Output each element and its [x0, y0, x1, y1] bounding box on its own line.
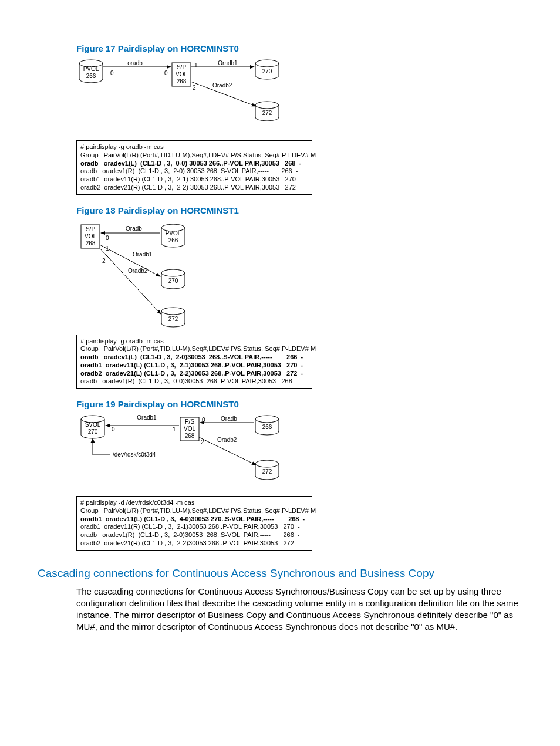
figure-17-caption: Figure 17 Pairdisplay on HORCMINST0 [76, 43, 522, 53]
section-paragraph: The cascading connections for Continuous… [76, 586, 522, 633]
pvol-cylinder: PVOL 266 [161, 224, 185, 247]
svg-text:272: 272 [262, 110, 272, 116]
sp-vol-rect: S/P VOL 268 [172, 63, 191, 86]
figure-17-diagram: PVOL 266 S/P VOL 268 270 272 oradb 0 0 1… [76, 58, 522, 140]
ps-vol-rect: P/S VOL 268 [180, 417, 199, 441]
svg-line-46 [100, 248, 161, 314]
vol-266-cylinder: 266 [255, 416, 279, 435]
svg-text:0: 0 [202, 417, 205, 423]
svg-text:/dev/rdsk/c0t3d4: /dev/rdsk/c0t3d4 [113, 451, 156, 458]
svg-point-66 [255, 460, 279, 467]
svg-text:272: 272 [168, 316, 178, 322]
svg-text:2: 2 [102, 258, 106, 264]
svg-text:S/P: S/P [86, 226, 95, 232]
vol-270-cylinder: 270 [161, 269, 185, 289]
svg-text:266: 266 [168, 237, 178, 244]
svg-text:Oradb1: Oradb1 [137, 414, 157, 421]
svg-text:270: 270 [262, 68, 272, 75]
vol-272-cylinder: 272 [161, 308, 185, 327]
svg-marker-75 [90, 438, 95, 443]
svg-text:oradb: oradb [127, 60, 143, 66]
figure-18-caption: Figure 18 Pairdisplay on HORCMINST1 [76, 205, 522, 215]
svg-point-9 [255, 60, 279, 67]
svg-text:VOL: VOL [184, 426, 195, 432]
svg-text:VOL: VOL [176, 71, 187, 77]
svg-text:1: 1 [194, 62, 198, 69]
svg-text:1: 1 [173, 426, 176, 433]
svg-text:Oradb1: Oradb1 [133, 251, 153, 258]
svg-text:Oradb2: Oradb2 [217, 437, 237, 443]
svg-text:Oradb1: Oradb1 [218, 60, 238, 66]
svg-text:Oradb: Oradb [126, 225, 142, 232]
svg-text:270: 270 [88, 428, 98, 435]
svg-text:S/P: S/P [177, 64, 186, 70]
svg-text:1: 1 [106, 245, 109, 252]
cmd-output-18: # pairdisplay -g oradb -m cas Group Pair… [76, 335, 312, 389]
svg-text:SVOL: SVOL [85, 421, 101, 428]
vol-270-cylinder: 270 [255, 60, 279, 79]
svg-text:PVOL: PVOL [166, 230, 181, 237]
svg-point-13 [255, 102, 279, 109]
figure-19-caption: Figure 19 Pairdisplay on HORCMINST0 [76, 399, 522, 409]
svg-text:270: 270 [168, 278, 178, 284]
svg-text:0: 0 [112, 426, 115, 433]
svg-text:0: 0 [110, 70, 114, 76]
cmd-output-19: # pairdisplay -d /dev/rdsk/c0t3d4 -m cas… [76, 496, 312, 551]
svg-point-36 [161, 269, 185, 276]
pvol-cylinder: PVOL 266 [79, 60, 103, 83]
figure-18-diagram: S/P VOL 268 PVOL 266 270 272 Oradb 0 1 2… [76, 220, 522, 335]
svg-text:266: 266 [262, 424, 272, 430]
svg-text:Oradb2: Oradb2 [212, 82, 232, 89]
vol-272-cylinder: 272 [255, 460, 279, 480]
svg-text:268: 268 [177, 78, 187, 85]
svg-text:266: 266 [86, 73, 96, 79]
svg-text:272: 272 [262, 468, 272, 475]
section-title: Cascading connections for Continuous Acc… [38, 567, 522, 580]
sp-vol-rect: S/P VOL 268 [81, 225, 100, 248]
svg-text:2: 2 [201, 439, 204, 445]
svg-text:P/S: P/S [185, 418, 194, 425]
svg-text:2: 2 [193, 85, 196, 91]
vol-272-cylinder: 272 [255, 102, 279, 121]
svg-text:268: 268 [86, 240, 96, 247]
svol-cylinder: SVOL 270 [81, 416, 104, 438]
svg-text:0: 0 [106, 235, 109, 241]
figure-19-diagram: SVOL 270 P/S VOL 268 266 272 Oradb1 0 1 … [76, 414, 522, 496]
svg-point-62 [255, 416, 279, 423]
cmd-output-17: # pairdisplay -g oradb -m cas Group Pair… [76, 140, 312, 195]
svg-text:Oradb: Oradb [221, 416, 237, 422]
svg-text:PVOL: PVOL [83, 66, 99, 72]
svg-text:0: 0 [164, 70, 168, 76]
svg-text:Oradb2: Oradb2 [128, 268, 148, 274]
svg-text:VOL: VOL [85, 233, 96, 239]
svg-text:268: 268 [185, 433, 195, 439]
svg-point-40 [161, 308, 185, 315]
